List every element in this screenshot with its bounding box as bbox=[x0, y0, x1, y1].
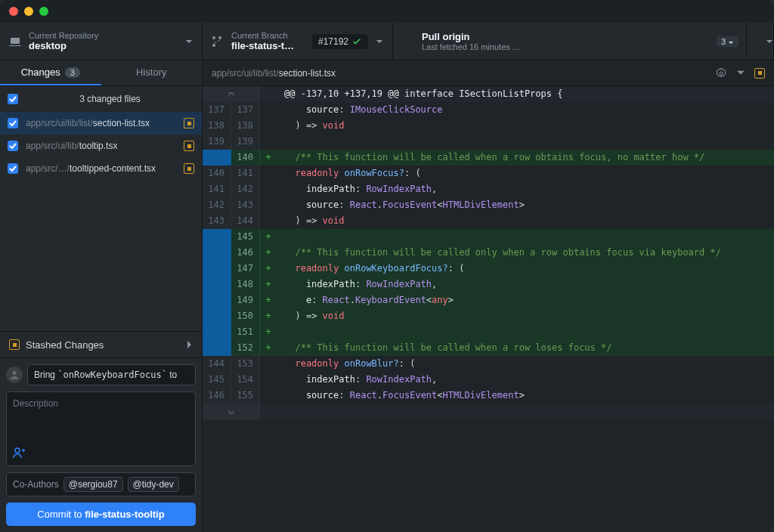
diff-view[interactable]: @@ -137,10 +137,19 @@ interface ISection… bbox=[203, 86, 774, 532]
stashed-label: Stashed Changes bbox=[26, 339, 104, 351]
file-checkbox[interactable] bbox=[8, 141, 18, 151]
diff-line[interactable]: 146+ /** This function will be called on… bbox=[203, 245, 774, 261]
file-row[interactable]: app/src/ui/lib/tooltip.tsx bbox=[0, 135, 202, 157]
stashed-changes[interactable]: Stashed Changes bbox=[0, 331, 202, 358]
file-list: app/src/ui/lib/list/section-list.tsxapp/… bbox=[0, 112, 202, 180]
file-path: app/src/…/tooltipped-content.tsx bbox=[26, 163, 179, 174]
file-path: app/src/ui/lib/tooltip.tsx bbox=[26, 141, 179, 151]
diff-line[interactable]: 149+ e: React.KeyboardEvent<any> bbox=[203, 292, 774, 308]
description-input[interactable]: Description bbox=[7, 392, 195, 447]
modified-status-icon bbox=[754, 68, 765, 79]
diff-line[interactable]: 142143 source: React.FocusEvent<HTMLDivE… bbox=[203, 197, 774, 213]
diff-file-header: app/src/ui/lib/list/section-list.tsx bbox=[203, 60, 774, 86]
branch-dropdown[interactable]: Current Branch file-status-t… #17192 bbox=[203, 23, 393, 60]
toolbar: Current Repository desktop Current Branc… bbox=[0, 23, 774, 60]
fetch-button[interactable]: Pull origin Last fetched 16 minutes … 3 bbox=[393, 23, 774, 60]
window-minimize-icon[interactable] bbox=[24, 7, 33, 16]
repo-dropdown[interactable]: Current Repository desktop bbox=[0, 23, 203, 60]
user-icon bbox=[9, 370, 20, 380]
fetch-sub: Last fetched 16 minutes … bbox=[422, 42, 709, 51]
diff-line[interactable]: 139139 bbox=[203, 134, 774, 150]
tab-changes-count: 3 bbox=[65, 67, 80, 78]
svg-point-0 bbox=[12, 371, 16, 375]
files-header: 3 changed files bbox=[0, 86, 202, 112]
modified-status-icon bbox=[184, 141, 194, 151]
tab-history[interactable]: History bbox=[101, 60, 203, 85]
file-header-name: section-list.tsx bbox=[279, 68, 336, 79]
pull-down-icon bbox=[402, 36, 414, 48]
diff-line[interactable]: 137137 source: IMouseClickSource bbox=[203, 102, 774, 118]
commit-button[interactable]: Commit to file-status-tooltip bbox=[6, 503, 196, 526]
add-coauthor-button[interactable] bbox=[7, 447, 195, 466]
diff-line[interactable]: 148+ indexPath: RowIndexPath, bbox=[203, 277, 774, 292]
expand-down-icon[interactable] bbox=[203, 404, 260, 419]
person-add-icon bbox=[13, 447, 25, 459]
check-icon bbox=[351, 36, 362, 47]
chevron-down-icon[interactable] bbox=[735, 67, 747, 79]
file-path: app/src/ui/lib/list/section-list.tsx bbox=[26, 118, 179, 128]
avatar[interactable] bbox=[6, 367, 23, 383]
select-all-checkbox[interactable] bbox=[8, 94, 18, 104]
pr-number: #17192 bbox=[318, 36, 348, 47]
files-count-label: 3 changed files bbox=[26, 94, 194, 104]
diff-expand-down[interactable] bbox=[203, 404, 774, 419]
coauthor-handle[interactable]: @sergiou87 bbox=[63, 477, 123, 492]
diff-line[interactable]: 151+ bbox=[203, 324, 774, 340]
diff-line[interactable]: @@ -137,10 +137,19 @@ interface ISection… bbox=[203, 86, 774, 102]
file-checkbox[interactable] bbox=[8, 118, 18, 128]
diff-line[interactable]: 144153 readonly onRowBlur?: ( bbox=[203, 356, 774, 372]
branch-label: Current Branch bbox=[231, 31, 305, 40]
tab-history-label: History bbox=[136, 66, 166, 78]
diff-line[interactable]: 143144 ) => void bbox=[203, 213, 774, 229]
coauthors-label: Co-Authors bbox=[13, 479, 59, 490]
diff-line[interactable]: 138138 ) => void bbox=[203, 118, 774, 134]
chevron-down-icon bbox=[185, 38, 193, 45]
file-row[interactable]: app/src/ui/lib/list/section-list.tsx bbox=[0, 112, 202, 135]
chevron-down-icon bbox=[376, 38, 383, 45]
window-zoom-icon[interactable] bbox=[39, 7, 48, 16]
fetch-dropdown[interactable] bbox=[746, 23, 773, 60]
branch-name: file-status-t… bbox=[231, 40, 305, 51]
diff-line[interactable]: 147+ readonly onRowKeyboardFocus?: ( bbox=[203, 261, 774, 277]
repo-name: desktop bbox=[29, 40, 178, 51]
file-header-dir: app/src/ui/lib/list/ bbox=[212, 68, 279, 79]
pull-count-badge: 3 bbox=[717, 36, 738, 47]
expand-up-icon[interactable] bbox=[203, 86, 260, 102]
repo-label: Current Repository bbox=[29, 31, 178, 40]
diff-line[interactable]: 140+ /** This function will be called wh… bbox=[203, 150, 774, 165]
gear-icon[interactable] bbox=[715, 67, 727, 79]
summary-input[interactable]: Bring `onRowKeyboardFocus` to bbox=[27, 364, 196, 385]
file-checkbox[interactable] bbox=[8, 163, 18, 174]
diff-line[interactable]: 141142 indexPath: RowIndexPath, bbox=[203, 181, 774, 197]
pr-badge[interactable]: #17192 bbox=[312, 34, 368, 49]
sidebar: Changes 3 History 3 changed files app/sr… bbox=[0, 60, 203, 532]
diff-line[interactable]: 140141 readonly onRowFocus?: ( bbox=[203, 165, 774, 181]
laptop-icon bbox=[9, 36, 21, 48]
coauthor-handle[interactable]: @tidy-dev bbox=[128, 477, 179, 492]
diff-line[interactable]: 145154 indexPath: RowIndexPath, bbox=[203, 372, 774, 388]
modified-status-icon bbox=[184, 118, 194, 128]
diff-line[interactable]: 150+ ) => void bbox=[203, 308, 774, 324]
tab-changes[interactable]: Changes 3 bbox=[0, 60, 101, 85]
arrow-down-icon bbox=[728, 39, 734, 45]
window-close-icon[interactable] bbox=[9, 7, 18, 16]
git-branch-icon bbox=[212, 36, 224, 48]
titlebar[interactable] bbox=[0, 0, 774, 23]
commit-form: Bring `onRowKeyboardFocus` to Descriptio… bbox=[0, 358, 202, 532]
file-row[interactable]: app/src/…/tooltipped-content.tsx bbox=[0, 157, 202, 180]
modified-status-icon bbox=[184, 163, 194, 174]
diff-line[interactable]: 145+ bbox=[203, 229, 774, 245]
diff-line[interactable]: 152+ /** This function will be called wh… bbox=[203, 340, 774, 356]
chevron-right-icon bbox=[185, 340, 193, 349]
diff-line[interactable]: 146155 source: React.FocusEvent<HTMLDivE… bbox=[203, 388, 774, 404]
svg-point-1 bbox=[15, 448, 20, 453]
stash-icon bbox=[9, 339, 20, 350]
fetch-label: Pull origin bbox=[422, 31, 709, 42]
tab-changes-label: Changes bbox=[21, 66, 60, 78]
chevron-down-icon bbox=[766, 38, 773, 45]
coauthors-row[interactable]: Co-Authors @sergiou87 @tidy-dev bbox=[6, 472, 196, 496]
